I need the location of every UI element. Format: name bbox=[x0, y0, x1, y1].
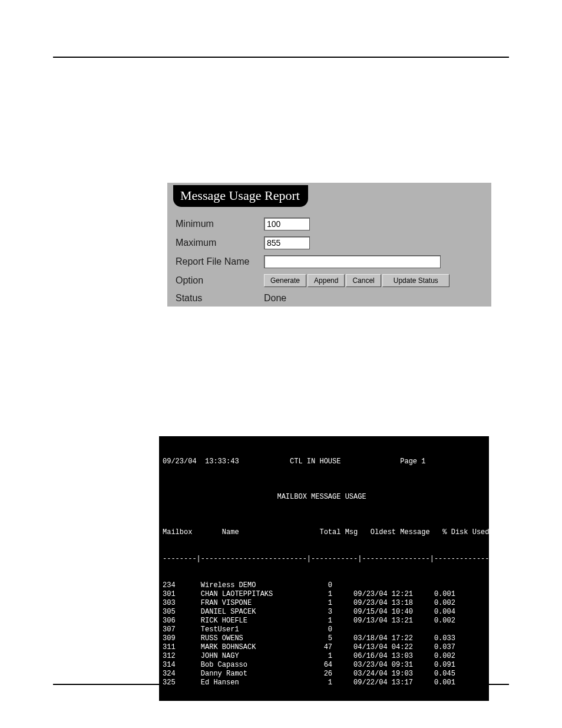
option-label: Option bbox=[176, 275, 264, 286]
terminal-header: 09/23/04 13:33:43 CTL IN HOUSE Page 1 bbox=[163, 457, 484, 466]
terminal-row: 309 RUSS OWENS 5 03/18/04 17:22 0.033 bbox=[163, 634, 484, 643]
update-status-button[interactable]: Update Status bbox=[382, 274, 449, 287]
terminal-row: 324 Danny Ramot 26 03/24/04 19:03 0.045 bbox=[163, 670, 484, 678]
terminal-title: MAILBOX MESSAGE USAGE bbox=[163, 493, 484, 502]
report-panel: Message Usage Report Minimum Maximum Rep… bbox=[167, 183, 491, 307]
minimum-input[interactable] bbox=[264, 218, 310, 230]
terminal-row: 306 RICK HOEFLE 1 09/13/04 13:21 0.002 bbox=[163, 617, 484, 625]
append-button[interactable]: Append bbox=[308, 274, 345, 287]
status-value: Done bbox=[264, 293, 491, 304]
report-file-name-label: Report File Name bbox=[176, 256, 264, 267]
terminal-row: 305 DANIEL SPACEK 3 09/15/04 10:40 0.004 bbox=[163, 608, 484, 617]
maximum-label: Maximum bbox=[176, 238, 264, 248]
terminal-row: 312 JOHN NAGY 1 06/16/04 13:03 0.002 bbox=[163, 652, 484, 661]
maximum-input[interactable] bbox=[264, 236, 310, 249]
status-label: Status bbox=[176, 293, 264, 304]
top-rule bbox=[53, 57, 509, 58]
terminal-blank-1 bbox=[171, 475, 175, 483]
terminal-row: 303 FRAN VISPONE 1 09/23/04 13:18 0.002 bbox=[163, 599, 484, 608]
terminal-columns: Mailbox Name Total Msg Oldest Message % … bbox=[163, 528, 484, 537]
terminal-row: 311 MARK BOHNSACK 47 04/13/04 04:22 0.03… bbox=[163, 643, 484, 652]
terminal-output: 09/23/04 13:33:43 CTL IN HOUSE Page 1 MA… bbox=[159, 436, 489, 701]
terminal-row: 301 CHAN LAOTEPPITAKS 1 09/23/04 12:21 0… bbox=[163, 590, 484, 599]
minimum-label: Minimum bbox=[176, 219, 264, 229]
terminal-rows: 234 Wireless DEMO 0 301 CHAN LAOTEPPITAK… bbox=[163, 581, 484, 687]
terminal-row: 314 Bob Capasso 64 03/23/04 09:31 0.091 bbox=[163, 661, 484, 670]
terminal-row: 307 TestUser1 0 bbox=[163, 625, 484, 634]
terminal-row: 325 Ed Hansen 1 09/22/04 13:17 0.001 bbox=[163, 678, 484, 687]
panel-title: Message Usage Report bbox=[173, 185, 308, 207]
report-file-name-input[interactable] bbox=[264, 255, 441, 268]
form-grid: Minimum Maximum Report File Name Option … bbox=[176, 218, 491, 304]
option-button-row: Generate Append Cancel Update Status bbox=[264, 274, 491, 287]
terminal-row: 234 Wireless DEMO 0 bbox=[163, 581, 484, 590]
terminal-separator: --------|-------------------------|-----… bbox=[163, 555, 484, 564]
generate-button[interactable]: Generate bbox=[264, 274, 306, 287]
cancel-button[interactable]: Cancel bbox=[346, 274, 381, 287]
terminal-blank-2 bbox=[171, 510, 175, 519]
